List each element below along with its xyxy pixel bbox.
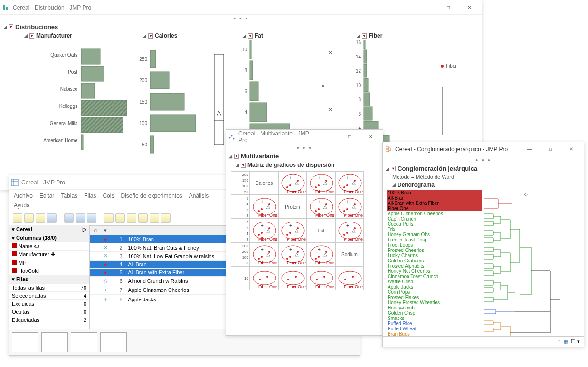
maximize-button[interactable]: □ [339, 130, 360, 144]
dendro-item[interactable]: Corn Pops [387, 290, 482, 295]
tb-dist[interactable] [127, 213, 136, 223]
fiber-header[interactable]: ◢▾Fiber [347, 31, 461, 40]
close-button[interactable]: ✕ [459, 1, 480, 14]
menu-doe[interactable]: Diseño de experimentos [121, 193, 182, 199]
cluster-window[interactable]: Cereal - Conglomerado jerárquico - JMP P… [382, 142, 584, 347]
cereal-header[interactable]: ▾ Cereal▷ [9, 225, 89, 234]
col-name[interactable]: Name 🏷 [9, 242, 89, 251]
scatter-matrix-header[interactable]: ◢▾Matriz de gráficos de dispersión [226, 161, 383, 169]
thumb-1[interactable] [12, 332, 38, 352]
dendro-item[interactable]: Honey Graham Ohs [387, 232, 482, 237]
dendro-item[interactable]: All-Bran [387, 195, 482, 201]
stat-ocu[interactable]: Ocultas0 [9, 308, 89, 316]
tb-graph[interactable] [150, 213, 159, 223]
dendro-item[interactable]: Fiber One [387, 206, 482, 211]
dendro-item[interactable]: 100% Bran [387, 190, 482, 195]
scatter-matrix[interactable]: 20015010050Calories+△Fiber One+△Fiber On… [231, 171, 378, 290]
calories-header[interactable]: ◢▾Calories [133, 31, 233, 40]
menu-filas[interactable]: Filas [84, 193, 96, 199]
dendro-item[interactable]: Trix [387, 227, 482, 232]
thumb-3[interactable] [71, 332, 97, 352]
multivariante-header[interactable]: ◢▾Multivariante [226, 152, 383, 161]
dendro-item[interactable]: Honey Frosted Wheaties [387, 300, 482, 305]
home-icon[interactable]: ⌂ [557, 338, 560, 345]
dendro-item[interactable]: Bran Buds [387, 331, 482, 336]
dendro-item[interactable]: Lucky Charms [387, 253, 482, 258]
grip-dots[interactable]: • • • [383, 156, 584, 164]
tb-fit[interactable] [138, 213, 148, 223]
dendro-item[interactable]: Frosted Flakes [387, 295, 482, 300]
dendro-item[interactable]: All-Bran with Extra Fiber [387, 201, 482, 206]
tb-open[interactable] [24, 213, 34, 223]
menu-editar[interactable]: Editar [39, 193, 54, 199]
menu-tablas[interactable]: Tablas [61, 193, 77, 199]
grip-dots[interactable]: • • • [226, 144, 383, 152]
menu-analisis[interactable]: Análisis [189, 193, 209, 199]
col-hotcold[interactable]: Hot/Cold [9, 267, 89, 275]
marker-col[interactable]: ▾ [100, 226, 111, 235]
tb-save[interactable] [36, 213, 45, 223]
hotspot-icon[interactable]: ▾ [9, 24, 13, 29]
dendro-item[interactable]: Apple Jacks [387, 284, 482, 290]
col-mfr[interactable]: Mfr [9, 259, 89, 267]
close-button[interactable]: ✕ [561, 143, 582, 156]
manufacturer-chart[interactable]: Quaker OatsPostNabiscoKelloggsGeneral Mi… [15, 40, 133, 159]
cluster-section-header[interactable]: ◢▾Conglomeración jerárquica [383, 164, 584, 173]
filas-header[interactable]: ▾ Filas [9, 275, 89, 284]
dendrogram-labels[interactable]: 100% BranAll-BranAll-Bran with Extra Fib… [387, 190, 482, 335]
columns-header[interactable]: ▾ Columnas (18/0) [9, 234, 89, 242]
minimize-button[interactable]: — [519, 143, 540, 156]
dendrogram-header[interactable]: ◢Dendrograma [383, 181, 584, 189]
minimize-button[interactable]: — [417, 1, 438, 14]
dendro-item[interactable]: French Toast Crisp [387, 237, 482, 242]
nav-left[interactable]: ◁ [90, 226, 100, 235]
tb-cut[interactable] [64, 213, 74, 223]
calories-chart[interactable]: 50100150200250 [133, 40, 233, 159]
minimize-button[interactable]: — [318, 130, 339, 144]
tb-paste[interactable] [87, 213, 96, 223]
fat-header[interactable]: ◢▾Fat [233, 31, 347, 40]
dendro-item[interactable]: Honey-comb [387, 305, 482, 310]
tb-grid[interactable] [104, 213, 114, 223]
dendro-item[interactable]: Puffed Rice [387, 321, 482, 326]
stat-sel[interactable]: Seleccionadas4 [9, 292, 89, 300]
col-manufacturer[interactable]: Manufacturer ✚ [9, 251, 89, 259]
dendro-item[interactable]: Golden Crisp [387, 310, 482, 316]
stat-etq[interactable]: Etiquetadas2 [9, 316, 89, 324]
checkbox[interactable]: ☐ ▾ [571, 338, 580, 345]
stat-todas[interactable]: Todas las filas76 [9, 284, 89, 292]
dendro-item[interactable]: Golden Grahams [387, 258, 482, 263]
grip-dots[interactable]: • • • [0, 15, 482, 22]
thumb-4[interactable] [100, 332, 127, 352]
manufacturer-header[interactable]: ◢▾Manufacturer [15, 31, 133, 40]
menu-ayuda[interactable]: Ayuda [14, 202, 30, 209]
tb-script[interactable] [161, 213, 171, 223]
close-button[interactable]: ✕ [360, 130, 381, 144]
menu-archivo[interactable]: Archivo [14, 193, 33, 199]
dendro-item[interactable]: Cocoa Puffs [387, 222, 482, 227]
tb-calc[interactable] [115, 213, 125, 223]
dendro-item[interactable]: Apple Cinnamon Cheerios [387, 211, 482, 216]
layout-icon[interactable]: ▦ [563, 338, 568, 345]
dendro-item[interactable]: Cinnamon Toast Crunch [387, 274, 482, 279]
stat-exc[interactable]: Excluidas0 [9, 300, 89, 308]
menu-cols[interactable]: Cols [103, 193, 114, 199]
dendrogram-tree[interactable]: ◇ [482, 190, 567, 336]
maximize-button[interactable]: □ [540, 143, 561, 156]
dendro-item[interactable]: Frosted Cheerios [387, 248, 482, 253]
tb-copy[interactable] [76, 213, 85, 223]
dendro-item[interactable]: Cap'n'Crunch [387, 216, 482, 222]
dendro-item[interactable]: Froot Loops [387, 242, 482, 248]
tb-new[interactable] [13, 213, 22, 223]
tb-save2[interactable] [47, 213, 57, 223]
multivariate-window[interactable]: Cereal - Multivariante - JMP Pro — □ ✕ •… [226, 129, 383, 336]
dendro-item[interactable]: Frosted Alphabits [387, 263, 482, 269]
dendro-item[interactable]: Waffle Crisp [387, 279, 482, 284]
dendro-item[interactable]: Smacks [387, 316, 482, 321]
maximize-button[interactable]: □ [438, 1, 459, 14]
thumb-2[interactable] [41, 332, 68, 352]
dendro-item[interactable]: Puffed Wheat [387, 326, 482, 331]
distribuciones-header[interactable]: ◢ ▾ Distribuciones [0, 22, 482, 31]
disclosure-icon[interactable]: ◢ [3, 25, 7, 29]
dendro-item[interactable]: Honey Nut Cheerios [387, 269, 482, 274]
